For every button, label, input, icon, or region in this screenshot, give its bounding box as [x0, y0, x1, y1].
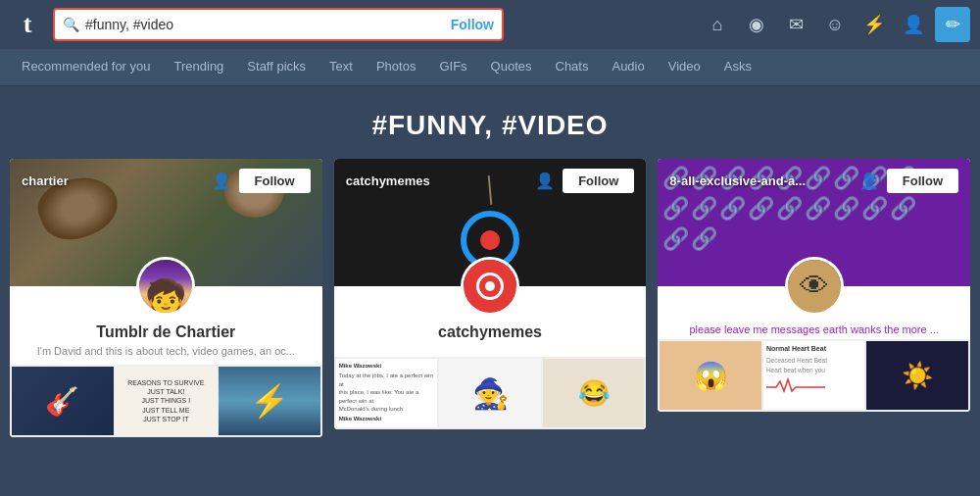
home-nav-button[interactable]: ⌂ [700, 7, 735, 42]
card-top-right: 👤 Follow [212, 169, 311, 193]
posts-grid-chartier: 🎸 REASONS TO SURVIVEJUST TALK!JUST THING… [10, 365, 322, 437]
page-title: #FUNNY, #VIDEO [0, 110, 980, 141]
heartbeat-label-deceased: Deceased Heart Beat [766, 356, 862, 366]
post-thumb-3[interactable]: ⚡ [219, 367, 320, 435]
edit-nav-button[interactable]: ✏ [935, 7, 970, 42]
subnav-gifs[interactable]: GIFs [427, 49, 478, 86]
blog-card-exclusive: 8-all-exclusive-and-a... 👤 Follow 👁 plea… [658, 159, 970, 412]
post-thumb-face[interactable]: 😱 [660, 341, 761, 410]
post-thumb-1[interactable]: 🎸 [12, 367, 114, 435]
post-thumb-tattoo[interactable]: 😂 [543, 359, 645, 427]
blog-card-chartier: chartier 👤 Follow 🧒 Tumblr de Chartier I… [10, 159, 322, 437]
subnav-recommended[interactable]: Recommended for you [10, 49, 163, 86]
posts-grid-exclusive: 😱 Normal Heart Beat Deceased Heart Beat … [658, 339, 970, 412]
mail-nav-button[interactable]: ✉ [778, 7, 813, 42]
avatar-exclusive: 👁 [785, 257, 844, 316]
post-thumb-heartbeat[interactable]: Normal Heart Beat Deceased Heart Beat He… [763, 341, 865, 410]
page-title-area: #FUNNY, #VIDEO [0, 86, 980, 159]
user-icon-exclusive: 👤 [859, 172, 879, 190]
subnav-staff-picks[interactable]: Staff picks [235, 49, 318, 86]
user-nav-button[interactable]: 👤 [896, 7, 931, 42]
search-box[interactable]: 🔍 Follow [53, 8, 504, 41]
blog-card-catchymemes: catchymemes 👤 Follow catchymemes Mike Wa… [334, 159, 647, 429]
subnav-audio[interactable]: Audio [600, 49, 656, 86]
header: t 🔍 Follow ⌂ ◉ ✉ ☺ ⚡ 👤 ✏ [0, 0, 980, 49]
search-icon: 🔍 [63, 17, 79, 32]
card-top-right-catchymemes: 👤 Follow [535, 169, 634, 193]
blog-description-chartier: I'm David and this is about tech, video … [10, 345, 322, 357]
face-nav-button[interactable]: ☺ [817, 7, 853, 42]
card-avatar-area-exclusive: 👁 [658, 257, 970, 316]
post-thumb-mcdonalds[interactable]: 🧙 [439, 359, 541, 427]
blog-name-chartier: chartier [22, 174, 69, 188]
blog-name-exclusive: 8-all-exclusive-and-a... [669, 174, 806, 188]
subnav-chats[interactable]: Chats [544, 49, 601, 86]
follow-button-chartier[interactable]: Follow [239, 169, 311, 193]
card-top-bar-catchymemes: catchymemes 👤 Follow [334, 169, 647, 193]
nav-icons: ⌂ ◉ ✉ ☺ ⚡ 👤 ✏ [700, 7, 970, 42]
post-thumb-sun[interactable]: ☀️ [866, 341, 968, 410]
avatar-catchymemes [461, 257, 519, 316]
card-avatar-area-chartier: 🧒 [10, 257, 322, 316]
subnav-photos[interactable]: Photos [365, 49, 427, 86]
card-top-right-exclusive: 👤 Follow [859, 169, 958, 193]
explore-nav-button[interactable]: ◉ [739, 7, 774, 42]
card-avatar-area-catchymemes [334, 257, 647, 316]
tumblr-logo: t [24, 10, 32, 39]
heartbeat-chart [766, 377, 825, 395]
follow-button-exclusive[interactable]: Follow [887, 169, 958, 193]
search-follow-button[interactable]: Follow [451, 17, 494, 32]
avatar-chartier: 🧒 [136, 257, 195, 316]
subnav-asks[interactable]: Asks [712, 49, 763, 86]
lightning-nav-button[interactable]: ⚡ [857, 7, 892, 42]
cards-area: chartier 👤 Follow 🧒 Tumblr de Chartier I… [0, 159, 980, 457]
target-center [480, 230, 500, 250]
subnav-trending[interactable]: Trending [163, 49, 236, 86]
post-thumb-2[interactable]: REASONS TO SURVIVEJUST TALK!JUST THINGS … [116, 367, 218, 435]
blog-title-catchymemes: catchymemes [334, 323, 647, 341]
blog-name-catchymemes: catchymemes [346, 174, 430, 188]
search-input[interactable] [85, 17, 445, 32]
subnav-quotes[interactable]: Quotes [479, 49, 544, 86]
posts-grid-catchymemes: Mike Wazowski Today at the jobs, I ate a… [334, 357, 647, 429]
card-top-bar-exclusive: 8-all-exclusive-and-a... 👤 Follow [658, 169, 970, 193]
blog-description-exclusive: please leave me messages earth wanks the… [658, 320, 970, 339]
post-thumb-chat[interactable]: Mike Wazowski Today at the jobs, I ate a… [336, 359, 438, 427]
follow-button-catchymemes[interactable]: Follow [563, 169, 634, 193]
blog-title-chartier: Tumblr de Chartier [10, 323, 322, 341]
subnav-text[interactable]: Text [318, 49, 365, 86]
heartbeat-label-normal: Normal Heart Beat [766, 344, 862, 355]
subnav: Recommended for you Trending Staff picks… [0, 49, 980, 86]
user-icon-catchymemes: 👤 [535, 172, 555, 190]
card-top-bar: chartier 👤 Follow [10, 169, 322, 193]
heartbeat-label-when: Heart beat when you [766, 366, 862, 375]
user-icon-chartier: 👤 [212, 172, 231, 190]
subnav-video[interactable]: Video [657, 49, 712, 86]
logo-area[interactable]: t [10, 7, 45, 42]
